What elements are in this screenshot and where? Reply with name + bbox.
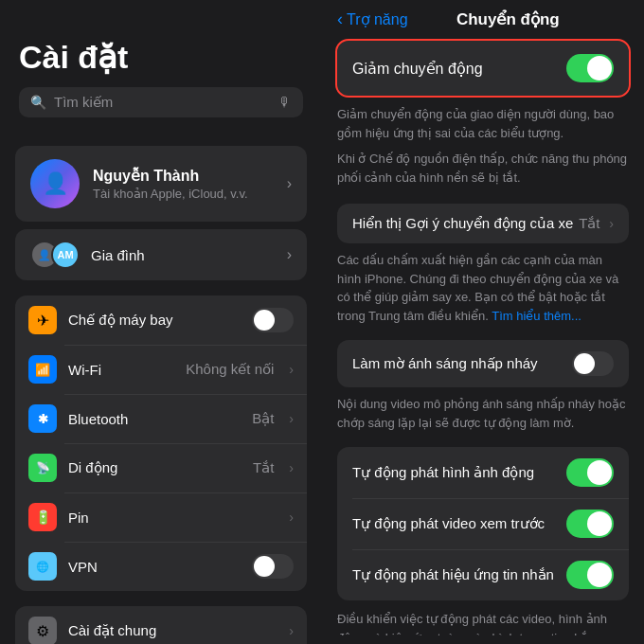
- vpn-icon: 🌐: [28, 552, 57, 581]
- wifi-item[interactable]: 📶 Wi-Fi Không kết nối ›: [15, 345, 307, 394]
- profile-chevron-icon: ›: [287, 175, 292, 192]
- bluetooth-label: Bluetooth: [68, 411, 241, 427]
- main-toggle[interactable]: [566, 54, 614, 82]
- mic-icon: 🎙: [278, 95, 292, 110]
- bluetooth-value: Bật: [252, 410, 274, 427]
- main-toggle-row[interactable]: Giảm chuyển động: [337, 41, 629, 96]
- vpn-toggle[interactable]: [252, 554, 294, 579]
- profile-section[interactable]: 👤 Nguyễn Thành Tài khoản Apple, iCloud, …: [15, 146, 307, 222]
- right-panel: ‹ Trợ năng Chuyển động Giảm chuyển động …: [322, 0, 644, 644]
- auto-play-effects-toggle[interactable]: [566, 561, 614, 589]
- general-settings-item[interactable]: ⚙ Cài đặt chung ›: [15, 606, 307, 644]
- learn-more-link[interactable]: Tìm hiểu thêm...: [492, 309, 581, 323]
- settings-group-2: ⚙ Cài đặt chung ›: [15, 606, 307, 644]
- family-avatar-am: AM: [51, 241, 80, 269]
- wifi-chevron-icon: ›: [289, 362, 294, 377]
- cellular-value: Tắt: [253, 459, 274, 476]
- general-settings-icon: ⚙: [28, 617, 57, 644]
- bluetooth-chevron-icon: ›: [289, 411, 294, 426]
- left-header: Cài đặt 🔍 Tìm kiếm 🎙: [0, 0, 322, 131]
- search-input[interactable]: Tìm kiếm: [54, 94, 271, 111]
- family-avatars: 👤 AM: [30, 241, 80, 269]
- airplane-toggle[interactable]: [252, 308, 294, 332]
- left-panel: Cài đặt 🔍 Tìm kiếm 🎙 👤 Nguyễn Thành Tài …: [0, 0, 322, 644]
- auto-play-images-label: Tự động phát hình ảnh động: [352, 464, 534, 481]
- main-desc: Giảm chuyển động của giao diện người dùn…: [322, 96, 644, 155]
- main-toggle-section-highlighted: Giảm chuyển động: [337, 41, 629, 96]
- cellular-label: Di động: [68, 459, 242, 476]
- search-icon: 🔍: [30, 95, 46, 110]
- main-toggle-label: Giảm chuyển động: [352, 60, 483, 78]
- motion-label: Hiển thị Gợi ý chuyển động của xe: [352, 215, 573, 232]
- wifi-value: Không kết nối: [186, 361, 274, 378]
- auto-play-effects-label: Tự động phát hiệu ứng tin nhắn: [352, 566, 554, 583]
- right-header: ‹ Trợ năng Chuyển động: [322, 0, 644, 37]
- flash-desc: Nội dung video mô phỏng ánh sáng nhấp nh…: [322, 387, 644, 443]
- profile-name: Nguyễn Thành: [93, 167, 274, 185]
- wifi-icon: 📶: [28, 355, 57, 384]
- desc2: Khi ở Chế độ nguồn điện thấp, chức năng …: [322, 150, 644, 200]
- general-settings-chevron-icon: ›: [289, 623, 294, 638]
- wifi-label: Wi-Fi: [68, 362, 174, 378]
- battery-chevron-icon: ›: [289, 510, 294, 525]
- search-bar[interactable]: 🔍 Tìm kiếm 🎙: [19, 87, 303, 117]
- page-title: Cài đặt: [19, 38, 303, 76]
- auto-play-images-row[interactable]: Tự động phát hình ảnh động: [337, 447, 629, 498]
- battery-item[interactable]: 🔋 Pin ›: [15, 492, 307, 542]
- footer-desc: Điều khiển việc tự động phát các video, …: [322, 600, 644, 635]
- auto-play-video-toggle[interactable]: [566, 510, 614, 538]
- motion-value: Tắt: [579, 215, 599, 232]
- cellular-chevron-icon: ›: [289, 460, 294, 475]
- back-label: Trợ năng: [347, 10, 408, 28]
- family-label: Gia đình: [91, 247, 276, 263]
- airplane-label: Chế độ máy bay: [68, 312, 241, 329]
- settings-group-1: ✈ Chế độ máy bay 📶 Wi-Fi Không kết nối ›…: [15, 295, 307, 591]
- general-settings-label: Cài đặt chung: [68, 622, 277, 639]
- flash-toggle[interactable]: [572, 351, 614, 376]
- bluetooth-item[interactable]: ✱ Bluetooth Bật ›: [15, 394, 307, 443]
- profile-sub: Tài khoản Apple, iCloud, v.v.: [93, 187, 274, 201]
- airplane-mode-item[interactable]: ✈ Chế độ máy bay: [15, 295, 307, 345]
- auto-play-video-row[interactable]: Tự động phát video xem trước: [337, 498, 629, 549]
- profile-info: Nguyễn Thành Tài khoản Apple, iCloud, v.…: [93, 167, 274, 201]
- battery-icon: 🔋: [28, 503, 57, 531]
- auto-play-video-label: Tự động phát video xem trước: [352, 515, 545, 532]
- family-chevron-icon: ›: [287, 246, 292, 263]
- back-button[interactable]: ‹ Trợ năng: [337, 9, 408, 29]
- avatar: 👤: [30, 159, 80, 208]
- motion-row[interactable]: Hiển thị Gợi ý chuyển động của xe Tắt ›: [337, 204, 629, 243]
- family-section[interactable]: 👤 AM Gia đình ›: [15, 229, 307, 280]
- bluetooth-icon: ✱: [28, 404, 57, 433]
- flash-label: Làm mờ ánh sáng nhấp nháy: [352, 355, 538, 372]
- airplane-icon: ✈: [28, 306, 57, 334]
- vpn-item[interactable]: 🌐 VPN: [15, 542, 307, 591]
- motion-desc: Các dấu chấm xuất hiện gần các cạnh của …: [322, 243, 644, 336]
- auto-play-effects-row[interactable]: Tự động phát hiệu ứng tin nhắn: [337, 549, 629, 600]
- flash-row[interactable]: Làm mờ ánh sáng nhấp nháy: [337, 340, 629, 387]
- motion-chevron-icon: ›: [609, 216, 614, 231]
- battery-label: Pin: [68, 510, 277, 526]
- right-content: Giảm chuyển động Giảm chuyển động của gi…: [322, 37, 644, 635]
- back-chevron-icon: ‹: [337, 9, 343, 29]
- cellular-icon: 📡: [28, 454, 57, 482]
- cellular-item[interactable]: 📡 Di động Tắt ›: [15, 443, 307, 492]
- auto-play-images-toggle[interactable]: [566, 458, 614, 487]
- vpn-label: VPN: [68, 559, 241, 575]
- right-page-title: Chuyển động: [416, 9, 600, 29]
- auto-play-group: Tự động phát hình ảnh động Tự động phát …: [337, 447, 629, 600]
